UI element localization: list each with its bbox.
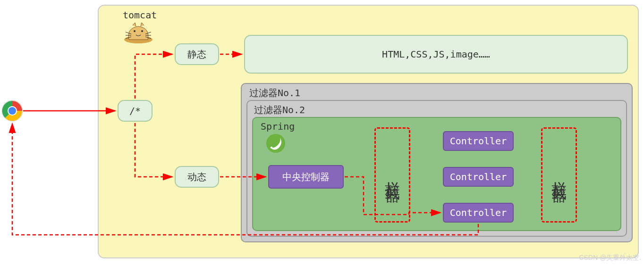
- tomcat-icon: [122, 21, 155, 44]
- svg-point-2: [141, 30, 143, 32]
- svg-point-7: [271, 147, 272, 149]
- spring-label: Spring: [261, 121, 295, 132]
- static-content-box: HTML,CSS,JS,image……: [244, 35, 628, 74]
- dynamic-label: 动态: [187, 171, 206, 183]
- watermark: CSDN @失重外太空.: [579, 254, 641, 262]
- controller-1: Controller: [443, 131, 514, 151]
- interceptor-2-label: 拦截器: [549, 169, 569, 181]
- static-node: 静态: [175, 43, 219, 65]
- chrome-icon: [1, 100, 23, 122]
- dispatcher-node: 中央控制器: [268, 165, 344, 189]
- svg-point-5: [8, 107, 16, 115]
- svg-point-6: [266, 134, 285, 153]
- controller-2-label: Controller: [450, 171, 507, 182]
- static-label: 静态: [187, 48, 206, 61]
- dispatcher-label: 中央控制器: [282, 171, 330, 183]
- tomcat-label: tomcat: [123, 9, 157, 21]
- filter-2-label: 过滤器No.2: [254, 104, 305, 116]
- interceptor-2: 拦截器: [541, 127, 577, 223]
- interceptor-1-label: 拦截器: [382, 169, 403, 181]
- interceptor-1: 拦截器: [374, 127, 410, 223]
- controller-1-label: Controller: [450, 135, 507, 147]
- controller-2: Controller: [443, 167, 514, 187]
- filter-1-label: 过滤器No.1: [249, 87, 300, 99]
- router-node: /*: [118, 100, 153, 122]
- router-label: /*: [129, 105, 141, 116]
- static-content-label: HTML,CSS,JS,image……: [382, 49, 490, 60]
- svg-point-1: [134, 30, 136, 32]
- spring-icon: [265, 133, 286, 154]
- dynamic-node: 动态: [175, 166, 219, 188]
- controller-3-label: Controller: [450, 207, 507, 218]
- controller-3: Controller: [443, 203, 514, 223]
